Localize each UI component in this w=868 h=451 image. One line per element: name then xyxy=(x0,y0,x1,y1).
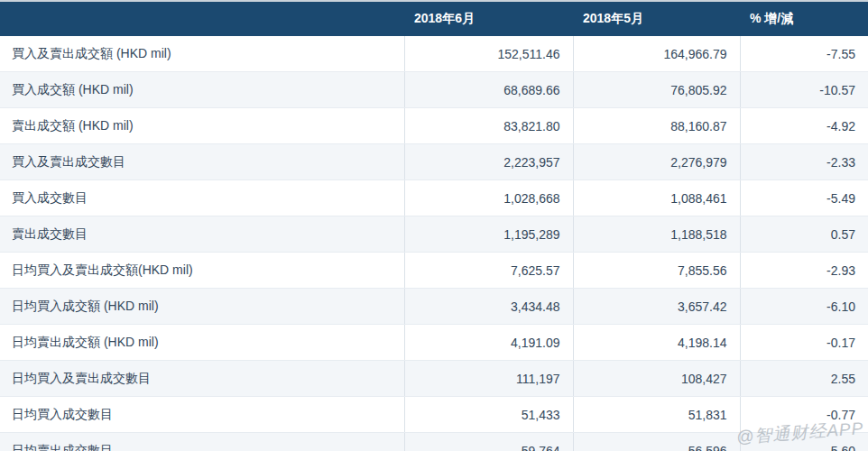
jun-value: 51,433 xyxy=(404,397,573,433)
pct-change-value: -6.10 xyxy=(740,289,868,325)
may-value: 108,427 xyxy=(573,361,740,397)
pct-change-value: -2.93 xyxy=(740,253,868,289)
pct-change-value: 0.57 xyxy=(740,216,868,253)
table-row: 買入成交額 (HKD mil) 68,689.66 76,805.92 -10.… xyxy=(0,72,868,108)
table-row: 買入及賣出成交數目 2,223,957 2,276,979 -2.33 xyxy=(0,144,868,180)
row-label: 日均賣出成交數目 xyxy=(0,433,404,451)
jun-value: 3,434.48 xyxy=(404,289,573,325)
may-value: 2,276,979 xyxy=(573,144,740,180)
table-header-row: 2018年6月 2018年5月 % 增/減 xyxy=(0,1,868,36)
pct-change-value: 2.55 xyxy=(740,361,868,397)
row-label: 賣出成交數目 xyxy=(0,216,404,253)
securities-turnover-table: 2018年6月 2018年5月 % 增/減 買入及賣出成交額 (HKD mil)… xyxy=(0,0,868,451)
table-row: 日均賣出成交額 (HKD mil) 4,191.09 4,198.14 -0.1… xyxy=(0,325,868,361)
may-value: 1,088,461 xyxy=(573,180,740,216)
table-row: 日均買入及賣出成交數目 111,197 108,427 2.55 xyxy=(0,361,868,397)
header-pct-change: % 增/減 xyxy=(740,1,868,36)
may-value: 76,805.92 xyxy=(573,72,740,108)
header-empty-cell xyxy=(0,1,404,36)
jun-value: 59,764 xyxy=(404,433,573,451)
pct-change-value: -5.49 xyxy=(740,180,868,216)
may-value: 4,198.14 xyxy=(573,325,740,361)
jun-value: 68,689.66 xyxy=(404,72,573,108)
row-label: 日均買入成交額 (HKD mil) xyxy=(0,289,404,325)
pct-change-value: -10.57 xyxy=(740,72,868,108)
pct-change-value: -4.92 xyxy=(740,108,868,144)
pct-change-value: -0.77 xyxy=(740,397,868,433)
table-body: 買入及賣出成交額 (HKD mil) 152,511.46 164,966.79… xyxy=(0,36,868,451)
may-value: 164,966.79 xyxy=(573,36,740,72)
jun-value: 111,197 xyxy=(404,361,573,397)
table-row: 日均買入成交額 (HKD mil) 3,434.48 3,657.42 -6.1… xyxy=(0,289,868,325)
jun-value: 152,511.46 xyxy=(404,36,573,72)
table-row: 賣出成交數目 1,195,289 1,188,518 0.57 xyxy=(0,216,868,253)
may-value: 51,831 xyxy=(573,397,740,433)
jun-value: 83,821.80 xyxy=(404,108,573,144)
table-row: 買入成交數目 1,028,668 1,088,461 -5.49 xyxy=(0,180,868,216)
pct-change-value: 5.60 xyxy=(740,433,868,451)
row-label: 日均賣出成交額 (HKD mil) xyxy=(0,325,404,361)
may-value: 56,596 xyxy=(573,433,740,451)
row-label: 買入及賣出成交額 (HKD mil) xyxy=(0,36,404,72)
row-label: 買入成交數目 xyxy=(0,180,404,216)
may-value: 1,188,518 xyxy=(573,216,740,253)
pct-change-value: -7.55 xyxy=(740,36,868,72)
table-row: 日均賣出成交數目 59,764 56,596 5.60 xyxy=(0,433,868,451)
table-row: 賣出成交額 (HKD mil) 83,821.80 88,160.87 -4.9… xyxy=(0,108,868,144)
row-label: 日均買入及賣出成交數目 xyxy=(0,361,404,397)
jun-value: 1,195,289 xyxy=(404,216,573,253)
row-label: 賣出成交額 (HKD mil) xyxy=(0,108,404,144)
header-may-2018: 2018年5月 xyxy=(573,1,740,36)
row-label: 買入成交額 (HKD mil) xyxy=(0,72,404,108)
may-value: 7,855.56 xyxy=(573,253,740,289)
jun-value: 4,191.09 xyxy=(404,325,573,361)
table-row: 日均買入成交數目 51,433 51,831 -0.77 xyxy=(0,397,868,433)
may-value: 88,160.87 xyxy=(573,108,740,144)
table-row: 買入及賣出成交額 (HKD mil) 152,511.46 164,966.79… xyxy=(0,36,868,72)
jun-value: 2,223,957 xyxy=(404,144,573,180)
row-label: 買入及賣出成交數目 xyxy=(0,144,404,180)
row-label: 日均買入成交數目 xyxy=(0,397,404,433)
row-label: 日均買入及賣出成交額(HKD mil) xyxy=(0,253,404,289)
pct-change-value: -0.17 xyxy=(740,325,868,361)
may-value: 3,657.42 xyxy=(573,289,740,325)
table-row: 日均買入及賣出成交額(HKD mil) 7,625.57 7,855.56 -2… xyxy=(0,253,868,289)
pct-change-value: -2.33 xyxy=(740,144,868,180)
jun-value: 1,028,668 xyxy=(404,180,573,216)
jun-value: 7,625.57 xyxy=(404,253,573,289)
header-jun-2018: 2018年6月 xyxy=(404,1,573,36)
